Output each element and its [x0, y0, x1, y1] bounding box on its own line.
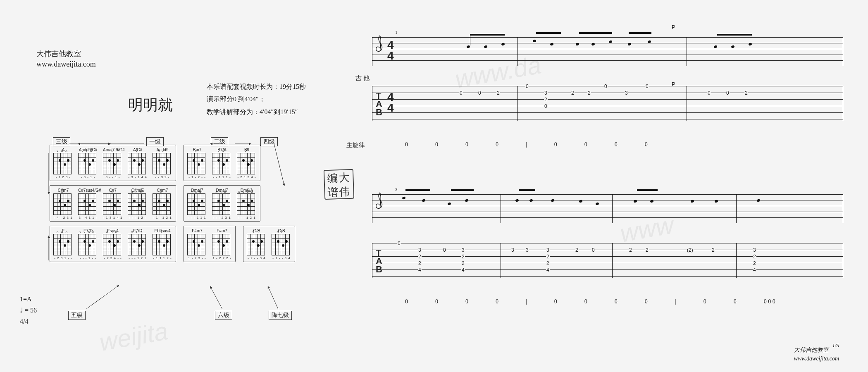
fret: (2) — [687, 247, 694, 253]
song-meta: 1=A ♩ = 56 4/4 — [20, 293, 37, 327]
melody-beat: | — [675, 298, 676, 305]
chord-Bm7: Bm7x - 1 - 2 - - — [187, 148, 207, 179]
melody-beat: 0 — [615, 141, 618, 148]
song-title: 明明就 — [128, 95, 173, 115]
fret: 3 — [461, 247, 465, 253]
melody-beat: 0 — [615, 298, 618, 305]
melody-beat: 0 — [734, 298, 737, 305]
fret: 2 — [461, 260, 465, 266]
fret: 4 — [753, 267, 756, 273]
fret: 2 — [546, 254, 550, 260]
melody-beat: 0 — [554, 141, 557, 148]
chord-Dm6A: Dm6/Ax o o x - - - 1 2 1 — [237, 188, 257, 219]
treble-clef-icon — [374, 34, 386, 67]
stamp-l2: 谱伟 — [325, 185, 353, 200]
treble-clef-icon — [374, 191, 386, 224]
chord-A: Ax o o - 1 2 3 - — [53, 148, 73, 179]
chord-C7sus4G: C#7sus4/G# 3 - 4 1 1 - — [78, 188, 98, 219]
fret: 0 — [397, 241, 401, 246]
melody-row-1: 0000|0000 — [372, 141, 843, 148]
fret: 2 — [587, 90, 591, 96]
video-line3: 教学讲解部分为：4′04″到19′15″ — [207, 106, 306, 118]
fret: 3 — [511, 247, 515, 253]
fret: 3 — [418, 247, 422, 253]
melody-beat: 0 — [703, 298, 706, 305]
chord-Dmaj7: Dmaj7x x o - - - 2 3 1 — [212, 188, 232, 219]
chord-AC: A/C#x - 3 - 1 4 4 — [128, 148, 148, 179]
fret: 2 — [753, 254, 756, 260]
fret: 2 — [711, 247, 715, 253]
chord-Eb9sus4: Eb9sus4x - 1 1 1 2 - — [153, 229, 172, 260]
chord-E7D: E7/Dx x o - - - 1 2 1 — [128, 229, 148, 260]
melody-beat: 0 0 0 — [764, 298, 775, 305]
fret: 0 — [645, 83, 649, 89]
tempo: ♩ = 56 — [20, 305, 37, 316]
melody-beat: 0 — [584, 141, 587, 148]
fret: 3 — [753, 247, 756, 253]
tab-clef: T A B — [376, 92, 382, 117]
chord-Dmaj7: Dmaj7x x o - - - 1 1 1 — [187, 188, 207, 219]
chord-C7: C#7x - 1 3 1 4 1 — [103, 188, 123, 219]
footer-website: www.daweijita.com — [794, 354, 839, 363]
staff-1: 4 4 — [372, 37, 843, 66]
chord-Fm7: F#m7 1 - 2 3 - - — [187, 229, 207, 260]
chord-Cm7: C#m7x - 1 - 1 2 1 — [153, 188, 172, 219]
studio-name: 大伟吉他教室 — [36, 49, 96, 59]
fret: 4 — [461, 267, 465, 273]
system-1: 1 P P 4 4 吉 他 — [372, 37, 843, 148]
video-line2: 演示部分0′到4′04″； — [207, 93, 306, 105]
tab-1: T A B 4 4 002032022030002 — [372, 86, 843, 121]
fret: 2 — [571, 90, 575, 96]
chord-E7D: E7/Dx x o o - - - 1 - - — [78, 229, 98, 260]
fret: 3 — [525, 247, 529, 253]
chord-Amaj79G: Amaj7 9/G# o 3 - - 1 - — [103, 148, 123, 179]
fret: 2 — [645, 247, 649, 253]
tab-clef: T A B — [376, 249, 382, 274]
melody-beat: 0 — [584, 298, 587, 305]
fret: 3 — [625, 90, 628, 96]
melody-beat: 0 — [465, 141, 468, 148]
fret: 2 — [575, 247, 579, 253]
melody-beat: 0 — [496, 141, 498, 148]
track-guitar: 吉 他 — [355, 74, 370, 82]
melody-beat: 0 — [435, 141, 438, 148]
fret: 0 — [459, 90, 463, 96]
fret: 2 — [546, 260, 550, 266]
chord-Aadd9C: Aadd9/C#x x o - 3 - 1 - — [78, 148, 98, 179]
time-sig: 4/4 — [20, 316, 37, 327]
fret: 0 — [604, 83, 608, 89]
chord-diagrams: Ax o o - 1 2 3 -Aadd9/C#x x o - 3 - 1 -A… — [50, 145, 295, 266]
footer-studio: 大伟吉他教室 — [794, 346, 839, 354]
fret: 2 — [629, 247, 632, 253]
p-mark-1: P — [672, 24, 675, 30]
header: 大伟吉他教室 www.daweijita.com — [36, 49, 96, 69]
fret: 3 — [544, 90, 548, 96]
staff-2 — [372, 194, 843, 223]
fret: 3 — [546, 247, 550, 253]
track-melody: 主旋律 — [346, 141, 365, 149]
chord-CmE: C#m/Eo x x - - - 1 2 - — [128, 188, 148, 219]
melody-beat: 0 — [645, 141, 648, 148]
fret: 2 — [418, 260, 422, 266]
fret: 2 — [753, 260, 756, 266]
footer: 大伟吉他教室 www.daweijita.com — [794, 346, 839, 363]
fret: 0 — [478, 90, 482, 96]
melody-beat: 0 — [405, 298, 408, 305]
chord-B9: B9x - 2 1 3 4 - — [237, 148, 257, 179]
fret: 4 — [418, 267, 422, 273]
melody-beat: 0 — [465, 298, 468, 305]
melody-beat: 0 — [435, 298, 438, 305]
melody-beat: 0 — [645, 298, 648, 305]
fret: 2 — [744, 90, 748, 96]
melody-beat: | — [526, 298, 527, 305]
melody-beat: 0 — [496, 298, 498, 305]
video-line1: 本乐谱配套视频时长为：19分15秒 — [207, 81, 306, 93]
fret: 0 — [443, 247, 446, 253]
chord-Aadd9: Aadd9x o - - 3 2 - — [153, 148, 172, 179]
video-info: 本乐谱配套视频时长为：19分15秒 演示部分0′到4′04″； 教学讲解部分为：… — [207, 81, 306, 118]
chord-GB: G/Bx o - 1 - - 3 4 — [272, 229, 291, 260]
time-sig-staff: 4 4 — [387, 40, 394, 61]
fret: 2 — [461, 254, 465, 260]
chord-GB: G/Bx o - 2 - - 3 4 — [247, 229, 267, 260]
chord-B7A: B7/Ax o - - 1 1 1 - — [212, 148, 232, 179]
